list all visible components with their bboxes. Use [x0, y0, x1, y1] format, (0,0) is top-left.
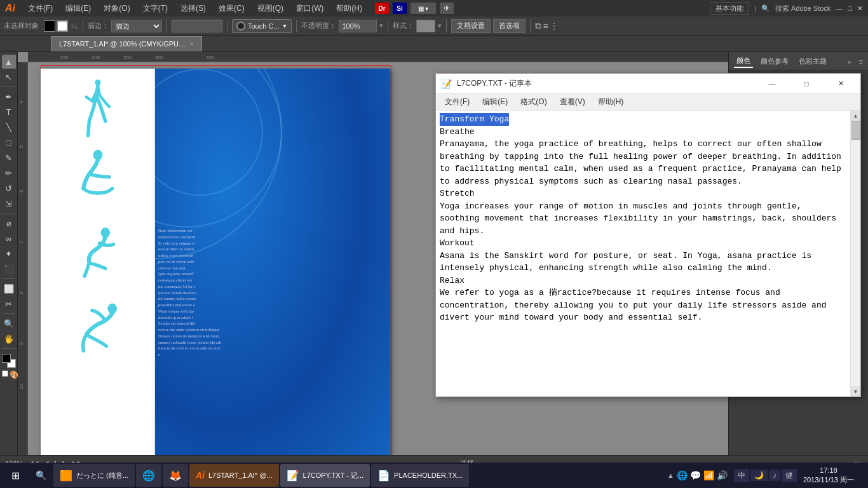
blend-tool[interactable]: ∞	[2, 231, 16, 245]
taskbar-illustrator[interactable]: Ai L7START_1.AI* @...	[189, 464, 279, 487]
color-fill-box[interactable]	[172, 20, 222, 32]
search-button[interactable]: 🔍	[29, 464, 52, 487]
music-app-icon: 🟧	[60, 470, 72, 482]
menu-file[interactable]: 文件(F)	[23, 2, 58, 15]
hand-tool[interactable]: 🖐	[2, 332, 16, 346]
artboard-tool[interactable]: ⬜	[2, 281, 16, 295]
tab-close-btn[interactable]: ×	[190, 41, 194, 48]
touch-label: Touch C...	[248, 22, 280, 30]
taskbar-ie[interactable]: 🌐	[136, 464, 161, 487]
align-icon[interactable]: ≡	[543, 21, 548, 31]
scale-tool[interactable]: ⇲	[2, 196, 16, 210]
np-menu-view[interactable]: 查看(V)	[553, 95, 592, 109]
line-tool[interactable]: ╲	[2, 120, 16, 134]
menu-text[interactable]: 文字(T)	[138, 2, 173, 15]
swap-colors-icon[interactable]: ⇆	[71, 21, 78, 31]
menu-view[interactable]: 视图(Q)	[252, 2, 288, 15]
pen-tool[interactable]: ✒	[2, 90, 16, 104]
main-toolbar: 未选择对象 ⇆ 描边： 描边 Touch C... ▼ 不透明度： ▾ 样式： …	[0, 17, 868, 36]
taskbar-notepad[interactable]: 📝 L7COPY.TXT - 记...	[280, 464, 370, 487]
panel-menu-btn[interactable]: ≡	[859, 58, 863, 65]
clock[interactable]: 17:18 2013/11/13 周一	[798, 466, 859, 485]
menu-select[interactable]: 选择(S)	[175, 2, 211, 15]
taskbar-firefox[interactable]: 🦊	[163, 464, 188, 487]
opacity-input[interactable]	[339, 20, 377, 32]
dr-icon: Dr	[375, 3, 389, 14]
close-app-btn[interactable]: ✕	[857, 4, 863, 13]
ime-punct[interactable]: ♪	[769, 470, 780, 481]
grid-btn[interactable]: ▦ ▾	[410, 3, 436, 14]
preferences-btn[interactable]: 首选项	[493, 19, 526, 33]
menu-effect[interactable]: 效果(C)	[214, 2, 250, 15]
menu-help[interactable]: 帮助(H)	[331, 2, 367, 15]
panel-tab-color-theme[interactable]: 色彩主题	[796, 55, 829, 67]
start-button[interactable]: ⊞	[3, 464, 28, 487]
tray-icon-4[interactable]: 🔊	[717, 470, 728, 480]
ime-moon[interactable]: 🌙	[750, 470, 768, 481]
notepad-textarea[interactable]	[436, 111, 850, 396]
np-menu-file[interactable]: 文件(F)	[438, 95, 476, 109]
menu-edit[interactable]: 编辑(E)	[60, 2, 96, 15]
np-menu-format[interactable]: 格式(O)	[514, 95, 553, 109]
color-btn[interactable]: 🎨	[10, 370, 16, 377]
style-dropdown-icon[interactable]: ▾	[438, 22, 442, 30]
warp-tool[interactable]: ⌀	[2, 216, 16, 230]
panel-tab-color-ref[interactable]: 颜色参考	[758, 55, 791, 67]
slice-tool[interactable]: ✂	[2, 297, 16, 311]
tray-up-icon[interactable]: ▲	[667, 471, 674, 479]
symbol-tool[interactable]: ✦	[2, 247, 16, 261]
arrange-icon[interactable]: ⧉	[535, 20, 541, 31]
ie-icon: 🌐	[142, 470, 155, 482]
more-icon[interactable]: ⋮	[550, 21, 559, 31]
notepad-scrollbar[interactable]: ▲ ▼	[850, 111, 860, 396]
touch-btn[interactable]: Touch C... ▼	[232, 19, 292, 33]
scroll-up-btn[interactable]: ▲	[851, 111, 861, 121]
active-tab[interactable]: L7START_1.AI* @ 100% (CMYK/GPU 预览) ×	[51, 36, 202, 51]
pin-icon[interactable]: ✈	[440, 3, 454, 14]
scroll-track[interactable]	[851, 121, 861, 386]
doc-settings-btn[interactable]: 文档设置	[451, 19, 491, 33]
minimize-btn[interactable]: —	[836, 4, 843, 12]
search-stock-label[interactable]: 搜索 Adobe Stock	[775, 4, 831, 13]
taskbar-placeholder[interactable]: 📄 PLACEHOLDER.TX...	[371, 464, 469, 487]
stroke-color[interactable]	[57, 20, 68, 32]
notepad-maximize-btn[interactable]: □	[792, 74, 821, 94]
notepad-close-btn[interactable]: ✕	[826, 74, 855, 94]
zoom-tool[interactable]: 🔍	[2, 316, 16, 330]
opacity-dropdown-icon[interactable]: ▾	[379, 22, 383, 30]
selection-tool[interactable]: ▲	[2, 55, 16, 69]
no-selection-label: 未选择对象	[4, 21, 39, 30]
type-tool[interactable]: T	[2, 105, 16, 119]
paintbrush-tool[interactable]: ✎	[2, 151, 16, 165]
rotate-tool[interactable]: ↺	[2, 181, 16, 195]
touch-dropdown-icon[interactable]: ▼	[282, 23, 288, 29]
tray-icon-2[interactable]: 💬	[690, 470, 701, 480]
stroke-select[interactable]: 描边	[111, 20, 162, 32]
np-menu-edit[interactable]: 编辑(E)	[476, 95, 514, 109]
notepad-minimize-btn[interactable]: —	[757, 74, 787, 94]
notepad-app-icon: 📝	[441, 79, 452, 89]
scroll-down-btn[interactable]: ▼	[851, 386, 861, 396]
rect-tool[interactable]: □	[2, 135, 16, 149]
stroke-label: 描边：	[88, 21, 109, 30]
panel-expand-btn[interactable]: »	[847, 58, 851, 65]
panel-tab-color[interactable]: 颜色	[734, 55, 753, 68]
tray-icon-3[interactable]: 📶	[703, 470, 714, 480]
style-preview[interactable]	[416, 20, 435, 32]
pencil-tool[interactable]: ✏	[2, 166, 16, 180]
ime-health[interactable]: 健	[782, 469, 797, 482]
ime-zh[interactable]: 中	[734, 469, 749, 482]
basic-features-btn[interactable]: 基本功能	[710, 2, 749, 15]
np-menu-help[interactable]: 帮助(H)	[592, 95, 630, 109]
maximize-btn[interactable]: □	[848, 4, 852, 12]
tray-icon-1[interactable]: 🌐	[677, 470, 688, 480]
menu-window[interactable]: 窗口(W)	[291, 2, 329, 15]
direct-selection-tool[interactable]: ↖	[2, 70, 16, 84]
taskbar-music-app[interactable]: 🟧 だっとに (纯音...	[53, 464, 135, 487]
column-graph-tool[interactable]: ⬛	[2, 262, 16, 276]
no-fill-btn[interactable]	[2, 370, 8, 377]
menu-object[interactable]: 对象(O)	[98, 2, 135, 15]
fill-color[interactable]	[44, 20, 55, 32]
toolbox-color-swatch[interactable]	[2, 354, 16, 368]
scroll-thumb[interactable]	[851, 121, 860, 140]
